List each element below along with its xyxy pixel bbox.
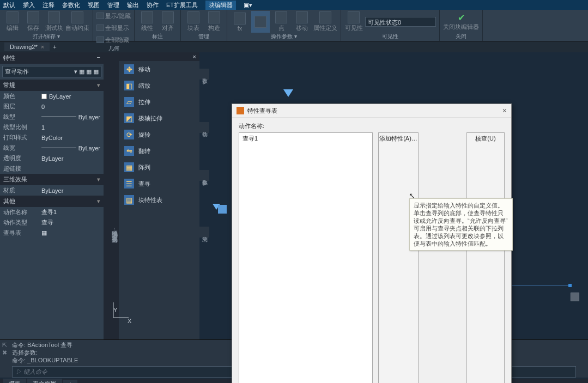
ribbon-group-label: 打开/保存 ▾ <box>3 33 89 41</box>
ribbon-test-block[interactable]: 测试块 <box>45 11 63 33</box>
palette-close-icon[interactable]: × <box>119 52 199 61</box>
lookup-icon: ☰ <box>124 179 134 189</box>
ribbon-block-table[interactable]: 块表 <box>184 11 203 33</box>
ribbon-group-label: 标注 <box>138 33 177 41</box>
move-icon: ✥ <box>124 64 134 74</box>
prop-value-ltscale[interactable]: 1 <box>41 123 100 131</box>
prop-value-lineweight[interactable]: ByLayer <box>41 144 100 152</box>
ribbon-construct[interactable]: 构造 <box>205 11 223 33</box>
dialog-close-icon[interactable]: × <box>502 106 507 115</box>
menu-item[interactable]: 视图 <box>88 1 100 9</box>
ribbon-hide-all[interactable]: 全部隐藏 <box>96 35 129 45</box>
table-icon: ▤ <box>124 195 134 205</box>
ribbon-group-label: 关闭 <box>443 33 479 41</box>
prop-value-lookup-table[interactable]: ▦ <box>41 229 100 237</box>
prop-value-action-type[interactable]: 查寻 <box>41 218 100 227</box>
prop-value-linetype[interactable]: ByLayer <box>41 113 100 121</box>
new-tab-button[interactable]: + <box>53 44 56 50</box>
lookup-grip-icon <box>283 89 293 97</box>
menu-item[interactable]: ET扩展工具 <box>166 1 198 9</box>
prop-value-plotstyle[interactable]: ByColor <box>41 133 100 142</box>
prop-value-material[interactable]: ByLayer <box>41 186 100 194</box>
palette-spine[interactable]: 块编辑选项板 - 所有选项板 <box>104 52 119 339</box>
ribbon-show-all[interactable]: 全部显示 <box>96 23 129 33</box>
visibility-state-combo[interactable]: 可见性状态0 <box>365 17 436 27</box>
prop-value-action-name[interactable]: 查寻1 <box>41 208 100 216</box>
scale-icon: ◧ <box>124 81 134 90</box>
action-polar-stretch[interactable]: ◩极轴拉伸 <box>119 110 199 126</box>
prop-value-transparency[interactable]: ByLayer <box>41 154 100 162</box>
prop-value-layer[interactable]: 0 <box>41 102 100 111</box>
ucs-icon: YX <box>109 300 131 323</box>
props-group-general[interactable]: 常规▾ <box>0 80 104 91</box>
ribbon-group-label: 操作参数 ▾ <box>231 33 337 41</box>
action-array[interactable]: ▦阵列 <box>119 159 199 175</box>
action-block-props-table[interactable]: ▤块特性表 <box>119 192 199 208</box>
menu-item[interactable]: 协作 <box>147 1 159 9</box>
ribbon-edit-block[interactable]: 编辑 <box>3 11 22 33</box>
layout-tab[interactable]: 平立面图 <box>27 379 62 383</box>
action-flip[interactable]: ⇋翻转 <box>119 143 199 159</box>
action-move[interactable]: ✥移动 <box>119 61 199 77</box>
stretch-icon: ▱ <box>124 97 134 107</box>
rotate-icon: ⟳ <box>124 130 134 139</box>
ribbon-visibility[interactable]: 可见性 <box>344 11 363 33</box>
props-group-other[interactable]: 其他▾ <box>0 196 104 207</box>
action-lookup[interactable]: ☰查寻 <box>119 175 199 192</box>
ribbon-save-block[interactable]: 保存 <box>24 11 43 33</box>
audit-button[interactable]: 核查(U) <box>466 132 505 383</box>
ribbon-block-authoring-palette[interactable] <box>251 11 270 33</box>
prop-value-color[interactable]: ByLayer <box>41 92 100 100</box>
tooltip: 显示指定给输入特性的自定义值。单击查寻列的底部，使查寻特性只读或允许反向查寻。“… <box>409 198 513 251</box>
palette-tab-params[interactable]: 参数 <box>199 69 209 80</box>
prop-label: 查寻表 <box>3 229 41 237</box>
array-icon: ▦ <box>124 162 134 172</box>
action-stretch[interactable]: ▱拉伸 <box>119 94 199 110</box>
add-properties-button[interactable]: 添加特性(A)… <box>378 132 419 383</box>
close-icon[interactable]: × <box>41 44 44 50</box>
document-tab[interactable]: Drawing2* × <box>4 42 50 51</box>
palette-tab-actions[interactable]: 动作 <box>199 122 209 133</box>
palette-tab-constraints[interactable]: 约束 <box>199 227 209 238</box>
menu-item[interactable]: 插入 <box>23 1 35 9</box>
layout-tab-model[interactable]: 模型 <box>3 379 26 383</box>
ribbon-point[interactable]: 点 <box>272 11 290 33</box>
menu-item[interactable]: 默认 <box>3 1 15 9</box>
ribbon-attrdef[interactable]: 属性定义 <box>313 11 337 33</box>
action-scale[interactable]: ◧缩放 <box>119 77 199 94</box>
prop-label: 颜色 <box>3 92 41 100</box>
document-tab-bar: Drawing2* × + <box>0 41 588 52</box>
ribbon-show-hide[interactable]: 显示/隐藏 <box>96 11 131 21</box>
menu-item[interactable]: 输出 <box>127 1 139 9</box>
ribbon-move[interactable]: 移动 <box>293 11 311 33</box>
selection-type-dropdown[interactable]: 查寻动作▾ ▦ ▦ ▦ <box>2 66 101 77</box>
layout-tab-add[interactable]: + <box>63 380 77 384</box>
ribbon-linear[interactable]: 线性 <box>138 11 156 33</box>
palette-tab-param-sets[interactable]: 参数集 <box>199 170 209 181</box>
viewcube-icon[interactable] <box>571 293 579 301</box>
menu-item-block-editor[interactable]: 块编辑器 <box>205 1 236 10</box>
ribbon-param-mgr[interactable]: fx <box>231 11 249 33</box>
panel-close-icon[interactable]: − <box>97 54 100 62</box>
app-icon <box>237 107 244 114</box>
menu-item[interactable]: 注释 <box>43 1 54 9</box>
prop-label: 打印样式 <box>3 133 41 142</box>
prop-label: 线宽 <box>3 144 41 152</box>
props-group-3d[interactable]: 三维效果▾ <box>0 174 104 185</box>
ribbon-close-editor[interactable]: ✔关闭块编辑器 <box>443 11 479 33</box>
menu-item[interactable]: 管理 <box>107 1 119 9</box>
action-name-input[interactable]: 查寻1 <box>239 132 373 383</box>
pin-icon[interactable]: ⇱✖ <box>2 341 7 356</box>
ribbon-auto-constrain[interactable]: 自动约束 <box>65 11 89 33</box>
polar-stretch-icon: ◩ <box>124 113 134 123</box>
menu-item[interactable]: 参数化 <box>62 1 80 9</box>
action-rotate[interactable]: ⟳旋转 <box>119 126 199 143</box>
properties-title: 特性 − <box>0 52 104 64</box>
ribbon-group-label: 几何 <box>96 45 131 53</box>
prop-value-hyperlink[interactable] <box>41 165 100 173</box>
ribbon-align[interactable]: 对齐 <box>159 11 177 33</box>
prop-label: 动作类型 <box>3 218 41 227</box>
prop-label: 线型 <box>3 113 41 121</box>
menu-overflow-icon[interactable]: ▣▾ <box>244 2 252 9</box>
prop-label: 超链接 <box>3 165 41 173</box>
